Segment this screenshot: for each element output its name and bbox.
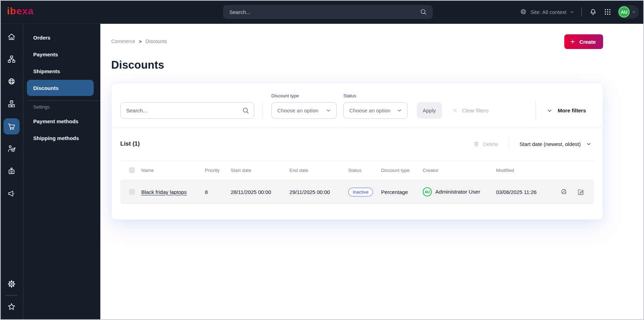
table-row: Black friday laptops 8 28/11/2025 00:00 … bbox=[120, 180, 594, 204]
sort-label: Start date (newest, oldest) bbox=[520, 141, 581, 147]
boxes-icon[interactable] bbox=[3, 96, 20, 112]
chevron-down-icon bbox=[546, 107, 553, 114]
apps-grid-icon[interactable] bbox=[603, 7, 612, 16]
creator-avatar: AU bbox=[423, 187, 432, 196]
ibexa-logo[interactable]: ibexa bbox=[7, 6, 34, 17]
row-checkbox[interactable] bbox=[129, 189, 135, 195]
megaphone-icon[interactable] bbox=[3, 186, 20, 202]
main-content: Commerce > Discounts Create Discounts bbox=[100, 24, 644, 320]
more-filters-button[interactable]: More filters bbox=[536, 102, 588, 119]
breadcrumb: Commerce > Discounts bbox=[111, 39, 167, 44]
discount-type-select[interactable]: Choose an option bbox=[271, 102, 337, 119]
global-search-input[interactable] bbox=[229, 9, 420, 15]
plus-icon bbox=[570, 39, 576, 45]
gear-icon[interactable] bbox=[3, 276, 20, 292]
menu-divider bbox=[27, 100, 100, 101]
status-value: Choose an option bbox=[349, 107, 391, 113]
home-icon[interactable] bbox=[3, 29, 20, 45]
status-select[interactable]: Choose an option bbox=[343, 102, 408, 119]
topbar-divider bbox=[581, 7, 582, 16]
commerce-menu: Orders Payments Shipments Discounts Sett… bbox=[23, 24, 100, 320]
row-actions bbox=[560, 188, 594, 196]
trash-icon bbox=[473, 141, 480, 147]
row-start-date: 28/11/2025 00:00 bbox=[231, 189, 289, 195]
globe-cursor-icon[interactable] bbox=[3, 74, 20, 90]
topbar: ibexa Site: All context bbox=[0, 0, 644, 24]
list-search-input[interactable] bbox=[120, 102, 254, 119]
clear-filters-button[interactable]: Clear filters bbox=[450, 102, 491, 119]
status-label: Status bbox=[343, 93, 408, 98]
discount-name-link[interactable]: Black friday laptops bbox=[141, 189, 187, 195]
col-name: Name bbox=[141, 168, 205, 173]
global-search[interactable] bbox=[223, 5, 433, 19]
site-context-label: Site: All context bbox=[530, 9, 566, 15]
status-badge: Inactive bbox=[348, 188, 373, 196]
select-all-checkbox[interactable] bbox=[129, 167, 135, 173]
customer-target-icon[interactable] bbox=[3, 141, 20, 157]
list-title: List (1) bbox=[120, 140, 140, 147]
preview-disabled-icon[interactable] bbox=[560, 188, 568, 196]
chevron-down-icon bbox=[325, 107, 331, 113]
chevron-down-icon bbox=[570, 9, 575, 15]
site-structure-icon[interactable] bbox=[3, 51, 20, 67]
user-menu[interactable]: AU bbox=[617, 5, 639, 19]
table-header: Name Priority Start date End date Status… bbox=[120, 161, 594, 180]
row-priority: 8 bbox=[205, 189, 231, 195]
col-end-date: End date bbox=[289, 168, 348, 173]
col-start-date: Start date bbox=[231, 168, 289, 173]
col-modified: Modified bbox=[496, 168, 560, 173]
breadcrumb-separator: > bbox=[139, 39, 142, 44]
row-end-date: 29/11/2025 00:00 bbox=[289, 189, 348, 195]
star-icon[interactable] bbox=[3, 299, 20, 315]
cart-icon[interactable] bbox=[3, 118, 20, 134]
creator-name: Administrator User bbox=[435, 189, 480, 195]
bell-icon[interactable] bbox=[588, 7, 598, 17]
menu-item-payments[interactable]: Payments bbox=[27, 46, 94, 62]
col-creator: Creator bbox=[423, 168, 496, 173]
list-search[interactable] bbox=[120, 102, 254, 119]
discounts-card: Discount type Choose an option Status Ch… bbox=[111, 83, 603, 220]
filter-bar: Discount type Choose an option Status Ch… bbox=[112, 83, 603, 128]
create-button[interactable]: Create bbox=[564, 34, 603, 49]
icon-rail bbox=[0, 24, 23, 320]
menu-item-shipping-methods[interactable]: Shipping methods bbox=[27, 130, 94, 146]
menu-item-discounts[interactable]: Discounts bbox=[27, 80, 94, 96]
delete-button[interactable]: Delete bbox=[471, 140, 500, 148]
magnifier-icon bbox=[242, 106, 250, 114]
list-section: List (1) Delete Start date (newest, olde… bbox=[112, 128, 603, 204]
col-discount-type: Discount type bbox=[381, 168, 423, 173]
clear-filters-label: Clear filters bbox=[462, 107, 489, 113]
breadcrumb-commerce[interactable]: Commerce bbox=[111, 39, 135, 44]
more-filters-label: More filters bbox=[558, 107, 586, 113]
rail-divider bbox=[5, 295, 18, 295]
delete-label: Delete bbox=[483, 141, 498, 147]
menu-section-label: Settings bbox=[23, 104, 100, 110]
globe-icon bbox=[520, 8, 527, 16]
edit-icon[interactable] bbox=[577, 188, 585, 196]
chevron-down-icon bbox=[631, 10, 636, 14]
filter-divider bbox=[263, 102, 263, 119]
apply-button[interactable]: Apply bbox=[417, 102, 442, 119]
avatar: AU bbox=[618, 6, 630, 18]
row-modified: 03/06/2025 11:26 bbox=[496, 189, 560, 195]
breadcrumb-discounts: Discounts bbox=[145, 39, 167, 44]
chevron-down-icon bbox=[396, 107, 402, 113]
site-context-selector[interactable]: Site: All context bbox=[520, 8, 575, 16]
col-priority: Priority bbox=[205, 168, 231, 173]
discount-type-value: Choose an option bbox=[277, 107, 319, 113]
chevron-down-icon bbox=[586, 141, 592, 147]
list-head-divider bbox=[509, 137, 509, 151]
menu-item-orders[interactable]: Orders bbox=[27, 29, 94, 46]
discount-type-label: Discount type bbox=[271, 93, 337, 98]
menu-item-shipments[interactable]: Shipments bbox=[27, 63, 94, 79]
menu-item-payment-methods[interactable]: Payment methods bbox=[27, 113, 94, 129]
id-badge-icon[interactable] bbox=[3, 163, 20, 179]
topbar-actions: Site: All context AU bbox=[520, 0, 639, 24]
sort-selector[interactable]: Start date (newest, oldest) bbox=[517, 140, 594, 147]
col-status: Status bbox=[348, 168, 381, 173]
search-icon bbox=[420, 8, 427, 16]
row-discount-type: Percentage bbox=[381, 189, 423, 195]
page-title: Discounts bbox=[111, 59, 644, 71]
row-creator: AU Administrator User bbox=[423, 187, 496, 196]
clear-x-icon bbox=[452, 107, 458, 114]
